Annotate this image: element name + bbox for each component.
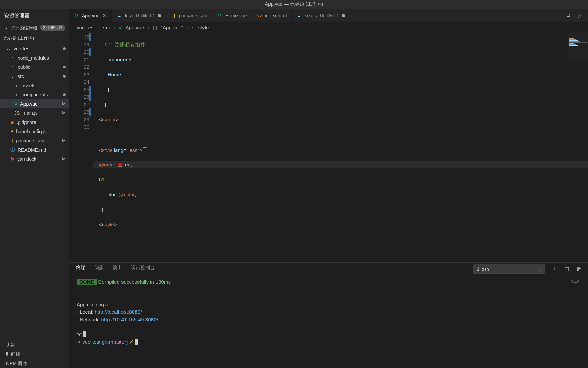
code-editor[interactable]: 18 19 20 21 22 23 24 25 26 27 28 29 30 /… — [69, 32, 588, 262]
less-file-icon: ≡ — [117, 13, 122, 18]
open-editors-label: 打开的编辑器 — [11, 25, 37, 31]
tab-home-vue[interactable]: V Home.vue — [212, 9, 252, 22]
chevron-down-icon: ⌄ — [3, 25, 8, 30]
dirty-dot-icon — [63, 93, 66, 96]
chevron-down-icon: ⌄ — [6, 46, 11, 51]
folder-public[interactable]: › public — [0, 62, 69, 72]
unsaved-badge: 2 个未保存 — [40, 25, 65, 31]
vue-file-icon: V — [74, 13, 79, 18]
explorer-header: 资源管理器 ⋯ — [0, 9, 69, 22]
less-file-icon: ≡ — [296, 13, 302, 18]
bottom-panel: 终端 问题 输出 调试控制台 1: zsh ⌄ ＋ ◫ 🗑 DONE Compi… — [69, 262, 588, 368]
file-app-vue[interactable]: V App.vue M — [0, 99, 69, 108]
main-area: V App.vue × ≡ less Untitled-2 {} package… — [69, 9, 588, 368]
workspace-label: 无标题 (工作区) — [3, 35, 34, 41]
done-badge: DONE — [77, 279, 97, 285]
dirty-dot-icon — [63, 75, 66, 78]
run-icon[interactable]: ▷ — [578, 13, 582, 18]
braces-icon: { } — [152, 25, 157, 30]
file-main-js[interactable]: JS main.js M — [0, 108, 69, 118]
file-readme[interactable]: ⓘ README.md — [0, 145, 69, 154]
window-title-bar: App.vue — 无标题 (工作区) — [0, 0, 588, 9]
explorer-title: 资源管理器 — [4, 13, 30, 19]
dirty-dot-icon — [63, 66, 66, 68]
more-icon[interactable]: ⋯ — [59, 13, 65, 19]
panel-tab-problems[interactable]: 问题 — [94, 265, 104, 273]
panel-tab-debug[interactable]: 调试控制台 — [131, 265, 155, 273]
open-editors-section[interactable]: ⌄ 打开的编辑器 2 个未保存 — [0, 22, 69, 33]
new-terminal-icon[interactable]: ＋ — [552, 266, 557, 272]
folder-components[interactable]: › components — [0, 90, 69, 99]
folder-assets[interactable]: › assets — [0, 81, 69, 90]
code-text-area[interactable]: // 2. 注册私有组件 components: { Home } } </sc… — [93, 32, 588, 262]
git-file-icon: ◆ — [10, 120, 14, 125]
minimap[interactable] — [568, 32, 588, 63]
block-cursor-icon — [135, 339, 138, 345]
dirty-dot-icon — [342, 14, 345, 17]
editor-tabstrip: V App.vue × ≡ less Untitled-2 {} package… — [69, 9, 588, 22]
panel-tabstrip: 终端 问题 输出 调试控制台 1: zsh ⌄ ＋ ◫ 🗑 — [69, 263, 588, 275]
vue-file-icon: V — [14, 101, 17, 107]
tab-less-untitled2[interactable]: ≡ less Untitled-2 — [112, 9, 166, 22]
chevron-right-icon: › — [14, 83, 19, 88]
kill-terminal-icon[interactable]: 🗑 — [576, 266, 581, 272]
terminal-body[interactable]: DONE Compiled successfully in 130ms9:42:… — [69, 275, 588, 368]
js-file-icon: JS — [14, 110, 20, 116]
tab-actions: ⇄ ▷ — [560, 9, 588, 22]
file-gitignore[interactable]: ◆ .gitignore — [0, 118, 69, 127]
breadcrumb[interactable]: vue-test› src› V App.vue› { } "App.vue"›… — [69, 22, 588, 32]
file-babel-config[interactable]: B babel.config.js — [0, 127, 69, 136]
chevron-right-icon: › — [10, 64, 15, 70]
chevron-right-icon: › — [10, 55, 15, 61]
file-package-json[interactable]: {} package.json M — [0, 136, 69, 145]
timeline-section[interactable]: 时间线 — [0, 350, 69, 359]
tab-package-json[interactable]: {} package.json — [166, 9, 212, 22]
dirty-dot-icon — [63, 47, 66, 50]
html-file-icon: <> — [257, 13, 262, 18]
markdown-file-icon: ⓘ — [10, 147, 15, 153]
compare-icon[interactable]: ⇄ — [567, 13, 571, 18]
json-file-icon: {} — [171, 13, 176, 18]
folder-node-modules[interactable]: › node_modules — [0, 53, 69, 62]
folder-src[interactable]: ⌄ src — [0, 72, 69, 81]
dirty-dot-icon — [158, 14, 161, 17]
file-yarn-lock[interactable]: ⚑ yarn.lock M — [0, 154, 69, 164]
json-file-icon: {} — [10, 138, 13, 143]
panel-tab-terminal[interactable]: 终端 — [76, 265, 85, 273]
lock-file-icon: ⚑ — [10, 156, 15, 162]
chevron-down-icon: ⌄ — [10, 74, 15, 79]
block-cursor-icon — [83, 331, 86, 337]
tab-seajs-untitled1[interactable]: ≡ sea.js Untitled-1 — [292, 9, 350, 22]
close-icon[interactable]: × — [102, 13, 107, 19]
modified-badge: M — [62, 156, 66, 162]
vue-file-icon: V — [118, 25, 122, 30]
outline-section[interactable]: 大纲 — [0, 340, 69, 350]
explorer-sidebar: 资源管理器 ⋯ ⌄ 打开的编辑器 2 个未保存 无标题 (工作区) ⌄ vue-… — [0, 9, 69, 368]
split-terminal-icon[interactable]: ◫ — [565, 266, 569, 272]
modified-badge: M — [62, 101, 66, 106]
window-title: App.vue — 无标题 (工作区) — [265, 1, 323, 7]
modified-badge: M — [62, 138, 66, 143]
panel-tab-output[interactable]: 输出 — [113, 265, 122, 273]
chevron-right-icon: › — [14, 92, 19, 97]
vue-file-icon: V — [217, 13, 223, 18]
tab-index-html[interactable]: <> index.html — [252, 9, 292, 22]
terminal-selector[interactable]: 1: zsh ⌄ — [473, 264, 545, 274]
folder-vue-test[interactable]: ⌄ vue-test — [0, 44, 69, 53]
style-symbol-icon: ⌂ — [192, 25, 195, 30]
line-gutter: 18 19 20 21 22 23 24 25 26 27 28 29 30 — [69, 32, 93, 262]
modified-badge: M — [62, 110, 66, 116]
workspace-section[interactable]: 无标题 (工作区) — [0, 33, 69, 43]
babel-file-icon: B — [10, 129, 13, 134]
npm-scripts-section[interactable]: NPM 脚本 — [0, 359, 69, 368]
tab-app-vue[interactable]: V App.vue × — [69, 9, 112, 22]
file-tree: ⌄ vue-test › node_modules › public ⌄ src… — [0, 43, 69, 164]
chevron-down-icon: ⌄ — [537, 266, 541, 272]
